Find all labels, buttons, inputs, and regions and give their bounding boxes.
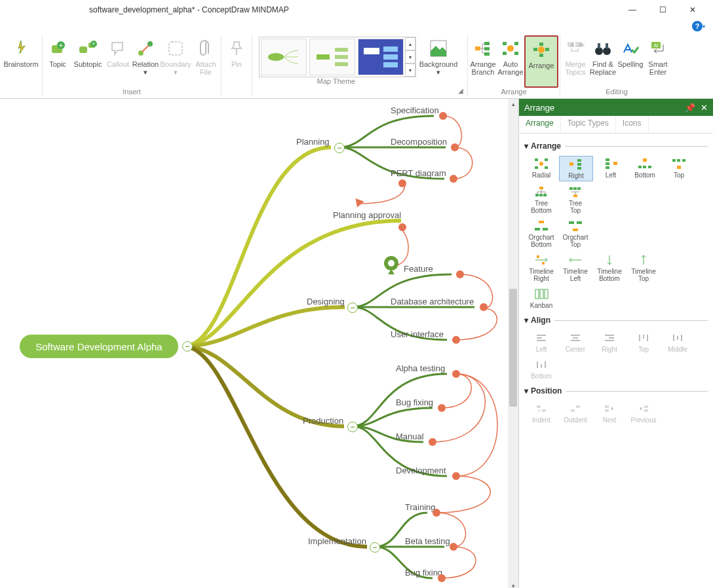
svg-rect-68 [539,194,543,196]
find-replace-button[interactable]: Find & Replace [589,35,617,86]
leaf-bug-fixing-2[interactable]: Bug fixing [405,568,442,578]
topic-button[interactable]: +Topic [44,35,71,86]
position-indent[interactable]: Indent [525,401,558,425]
boundary-button[interactable]: Boundary▾ [159,35,192,86]
svg-point-45 [539,162,543,166]
scroll-down-icon[interactable]: ▾ [508,581,518,588]
arrange-orgchart-bottom[interactable]: Orgchart Bottom [525,218,558,249]
leaf-training[interactable]: Training [405,502,435,512]
subtopic-button[interactable]: +Subtopic [71,35,104,86]
svg-rect-57 [606,166,609,169]
tab-icons[interactable]: Icons [616,116,649,133]
close-panel-icon[interactable]: ✕ [701,103,708,113]
arrange-radial[interactable]: Radial [525,156,558,181]
theme-nav[interactable]: ▴▾▾ [405,37,415,77]
arrange-timeline-right[interactable]: Timeline Right [525,252,558,284]
align-middle[interactable]: Middle [661,330,694,354]
leaf-pert[interactable]: PERT diagram [391,168,446,178]
background-button[interactable]: Background▾ [419,35,458,86]
callout-button[interactable]: Callout [104,35,132,86]
leaf-alpha-testing[interactable]: Alpha testing [396,363,445,373]
scroll-up-icon[interactable]: ▴ [508,99,518,109]
collapse-toggle[interactable]: − [347,422,358,432]
leaf-bug-fixing[interactable]: Bug fixing [396,397,433,407]
arrange-branch-button[interactable]: Arrange Branch [469,35,497,86]
branch-designing[interactable]: Designing [307,297,345,306]
topic-icon: + [47,38,68,59]
arrange-timeline-top[interactable]: Timeline Top [627,252,660,284]
branch-planning[interactable]: Planning [296,137,330,147]
arrange-timeline-bottom[interactable]: Timeline Bottom [593,252,626,284]
spelling-button[interactable]: Spelling [617,35,644,86]
leaf-specification[interactable]: Specification [391,105,439,115]
auto-arrange-button[interactable]: Auto Arrange [497,35,524,86]
arrange-left[interactable]: Left [594,156,627,181]
arrange-right[interactable]: Right [559,156,593,181]
help-icon[interactable]: ? [692,21,703,31]
leaf-development[interactable]: Development [396,466,446,475]
minimize-button[interactable]: — [617,0,647,20]
mindmap-canvas[interactable]: Software Development Alpha − Planning − … [0,99,508,588]
align-right[interactable]: Right [593,330,626,354]
arrange-tree-bottom[interactable]: Tree Bottom [525,184,558,215]
arrange-kanban[interactable]: Kanban [525,286,558,310]
arrange-tree-top[interactable]: Tree Top [559,184,592,215]
leaf-ui[interactable]: User interface [391,329,444,339]
position-outdent[interactable]: Outdent [559,401,592,425]
arrange-orgchart-top[interactable]: Orgchart Top [559,218,592,249]
section-position[interactable]: ▾ Position [524,386,708,395]
branch-production[interactable]: Production [303,416,343,426]
arrange-bottom[interactable]: Bottom [628,156,661,181]
collapse-toggle[interactable]: − [182,341,193,352]
theme-thumb-1[interactable] [261,39,307,75]
position-grid: Indent Outdent Next Previous [524,399,708,426]
branch-planning-approval[interactable]: Planning approval [333,210,401,220]
align-top[interactable]: Top [627,330,660,354]
relation-button[interactable]: Relation▾ [132,35,159,86]
tab-topic-types[interactable]: Topic Types [561,116,616,133]
smart-enter-button[interactable]: AISmart Enter [644,35,672,86]
svg-rect-70 [573,194,577,197]
align-bottom[interactable]: Bottom [525,357,558,381]
close-button[interactable]: ✕ [678,0,708,20]
merge-topics-button[interactable]: AAbMerge Topics [562,35,589,86]
leaf-manual[interactable]: Manual [396,432,424,441]
theme-thumb-3[interactable] [358,39,404,75]
section-arrange[interactable]: ▾ Arrange [524,141,708,151]
brainstorm-button[interactable]: Brainstorm [1,35,41,86]
arrange-timeline-left[interactable]: Timeline Left [559,252,592,284]
root-topic[interactable]: Software Development Alpha [20,335,178,358]
vertical-scrollbar[interactable]: ▴ ▾ [508,99,518,588]
maximize-button[interactable]: ☐ [647,0,678,20]
section-align[interactable]: ▾ Align [524,316,708,325]
collapse-toggle[interactable]: − [334,143,345,153]
collapse-toggle[interactable]: − [370,542,380,553]
svg-rect-73 [577,187,581,190]
align-left[interactable]: Left [525,330,558,354]
leaf-beta-testing[interactable]: Beta testing [405,536,450,546]
branch-implementation[interactable]: Implementation [308,536,366,546]
attach-file-button[interactable]: Attach File [192,35,220,86]
smart-enter-icon: AI [647,38,668,59]
scroll-thumb[interactable] [509,289,517,407]
svg-rect-21 [484,42,490,45]
arrange-button[interactable]: Arrange [524,35,558,88]
leaf-feature[interactable]: Feature [404,264,433,274]
svg-rect-69 [543,194,547,196]
editing-group-label: Editing [560,88,673,96]
position-next[interactable]: Next [593,401,626,425]
map-theme-gallery[interactable]: ▴▾▾ [259,37,416,77]
leaf-db-arch[interactable]: Database architecture [391,297,474,306]
align-center[interactable]: Center [559,330,592,354]
position-previous[interactable]: Previous [627,401,660,425]
pin-panel-icon[interactable]: 📌 [685,103,695,113]
arrange-top[interactable]: Top [663,156,695,181]
tab-arrange[interactable]: Arrange [519,116,561,133]
svg-rect-75 [535,228,540,230]
pin-button[interactable]: Pin [223,35,250,86]
collapse-toggle[interactable]: − [347,303,358,313]
svg-rect-55 [606,158,609,161]
leaf-decomposition[interactable]: Decomposition [391,137,447,147]
theme-thumb-2[interactable] [309,39,355,75]
dialog-launcher-icon[interactable]: ◢ [458,87,466,96]
